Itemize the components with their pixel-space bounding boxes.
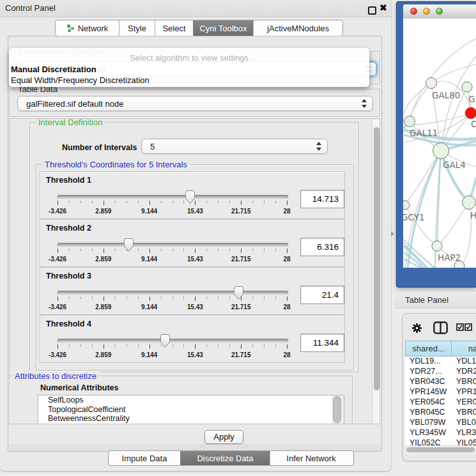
slider-axis-label: 21.715 (231, 303, 251, 311)
control-panel-window: Control Panel ✖ NetworkStyleSelectCyni T… (0, 0, 391, 471)
network-node-n-red[interactable] (465, 107, 476, 119)
threshold-value-field[interactable]: 14.713 (300, 190, 344, 208)
column-header-1[interactable]: shared... (405, 341, 452, 357)
attribute-list-item[interactable]: TopologicalCoefficient (38, 405, 344, 415)
slider-track[interactable] (58, 195, 288, 199)
interval-definition-group-title: Interval Definition (36, 118, 105, 127)
bottom-tab-infer-network[interactable]: Infer Network (270, 451, 352, 465)
threshold-value-field[interactable]: 6.316 (300, 238, 344, 256)
table-row[interactable]: YER054CYER05 (405, 397, 476, 408)
network-node-n-topright[interactable] (462, 82, 472, 92)
attributes-list-scrollbar[interactable] (332, 395, 344, 424)
dropdown-item-manual-discretization[interactable]: Manual Discretization (9, 65, 371, 75)
table-data-combobox[interactable]: galFiltered.sif default node (17, 96, 373, 111)
slider-tick (173, 296, 173, 299)
slider-axis-label: 15.43 (187, 256, 203, 263)
dropdown-item-equal-width-frequency[interactable]: Equal Width/Frequency Discretization (9, 75, 371, 86)
slider-axis-label: -3.426 (49, 351, 66, 358)
split-divider-arrow-icon[interactable] (391, 231, 394, 236)
node-label-g: G. (468, 94, 476, 104)
slider-tick (183, 296, 184, 299)
apply-button[interactable]: Apply (204, 430, 243, 444)
tab-label: Cyni Toolbox (199, 24, 247, 33)
table-data-combobox-value: galFiltered.sif default node (26, 99, 123, 109)
table-row[interactable]: YDR27...YDR27 (405, 367, 476, 377)
network-edge[interactable] (410, 83, 431, 116)
mac-minimize-button[interactable] (423, 8, 430, 15)
mac-zoom-button[interactable] (436, 8, 443, 15)
table-row[interactable]: YBR045CYBR04 (405, 408, 476, 418)
bottom-tab-discretize-data[interactable]: Discretize Data (180, 451, 270, 465)
bottom-tab-impute-data[interactable]: Impute Data (109, 451, 180, 465)
tab-network[interactable]: Network (56, 20, 119, 36)
network-node-n-gal4[interactable] (433, 143, 449, 159)
table-row[interactable]: YLR345WYLR34 (405, 428, 476, 438)
numerical-attributes-list[interactable]: SelfLoopsTopologicalCoefficientBetweenne… (38, 395, 344, 424)
attribute-list-item[interactable]: SelfLoops (38, 395, 344, 405)
checkbox-icon[interactable] (456, 323, 464, 331)
network-node-n-hap2[interactable] (432, 241, 442, 251)
slider-axis-label: 28 (283, 351, 290, 358)
slider-tick (115, 344, 116, 347)
slider-axis-label: -3.426 (49, 208, 66, 215)
settings-vertical-scrollbar[interactable] (372, 119, 380, 424)
table-row[interactable]: YBR043CYBR04 (405, 377, 476, 387)
table-row[interactable]: YPR145WYPR14 (405, 387, 476, 397)
slider-axis-label: 28 (283, 256, 290, 263)
network-node-n-pink[interactable] (426, 78, 437, 89)
threshold-value-field[interactable]: 11.344 (300, 334, 344, 352)
slider-tick (58, 344, 58, 349)
network-node-n-h[interactable] (463, 196, 476, 210)
close-icon[interactable]: ✖ (380, 3, 387, 13)
gear-icon[interactable] (411, 323, 422, 334)
threshold-value-field[interactable]: 21.4 (300, 286, 344, 304)
network-node-n-gcy1[interactable] (403, 201, 410, 210)
slider-tick (264, 296, 265, 299)
table-row[interactable]: YDL19...YDL19 (405, 357, 476, 367)
slider-tick (138, 249, 139, 251)
table-horizontal-scrollbar-thumb[interactable] (406, 447, 475, 452)
threshold-panel-1: Threshold 1-3.4262.8599.14415.4321.71528… (40, 171, 345, 219)
number-of-intervals-combobox[interactable]: 5 (141, 139, 328, 154)
slider-track[interactable] (58, 291, 288, 295)
table-horizontal-scrollbar[interactable] (405, 445, 476, 454)
table-row[interactable]: YBL079WYBL07 (405, 418, 476, 428)
threshold-label: Threshold 4 (46, 319, 91, 328)
slider-tick (115, 296, 116, 299)
tab-jactivemnodules[interactable]: jActiveMNodules (253, 20, 342, 36)
bottom-tabbar: Impute DataDiscretize DataInfer Network (108, 450, 354, 466)
slider-tick (161, 201, 162, 203)
tab-select[interactable]: Select (155, 20, 193, 36)
slider-thumb[interactable] (160, 334, 170, 348)
network-node-n-gal11[interactable] (404, 116, 415, 127)
network-edge[interactable] (431, 65, 476, 83)
slider-tick (218, 249, 219, 251)
slider-tick (206, 296, 207, 299)
settings-scrollpane: Interval Definition Number of Intervals … (9, 118, 380, 424)
network-edge[interactable] (411, 38, 476, 116)
slider-thumb[interactable] (124, 238, 134, 252)
column-header-2[interactable]: na (452, 341, 476, 357)
slider-tick (264, 344, 265, 347)
slider-tick (81, 249, 81, 251)
slider-tick (264, 249, 265, 251)
attribute-list-item[interactable]: BetweennessCentrality (38, 414, 344, 424)
slider-thumb[interactable] (185, 190, 195, 204)
settings-vertical-scrollbar-thumb[interactable] (374, 127, 380, 390)
slider-thumb[interactable] (234, 286, 243, 300)
attributes-list-scrollbar-thumb[interactable] (333, 396, 341, 423)
tab-cyni-toolbox[interactable]: Cyni Toolbox (193, 20, 253, 36)
slider-tick (241, 344, 242, 349)
mac-close-button[interactable] (410, 8, 417, 15)
float-window-icon[interactable] (368, 6, 376, 15)
column-view-icon[interactable] (433, 321, 448, 334)
slider-track[interactable] (58, 243, 288, 247)
slider-tick (69, 249, 70, 251)
network-edge[interactable] (441, 203, 469, 242)
network-canvas[interactable]: GAL80G.CGAL11GAL4GCY1HHAP2 (403, 19, 476, 268)
checkbox-icon[interactable] (464, 323, 472, 331)
slider-tick (206, 201, 207, 203)
tab-style[interactable]: Style (119, 20, 155, 36)
slider-axis-label: 2.859 (95, 208, 111, 215)
slider-track[interactable] (58, 339, 288, 342)
